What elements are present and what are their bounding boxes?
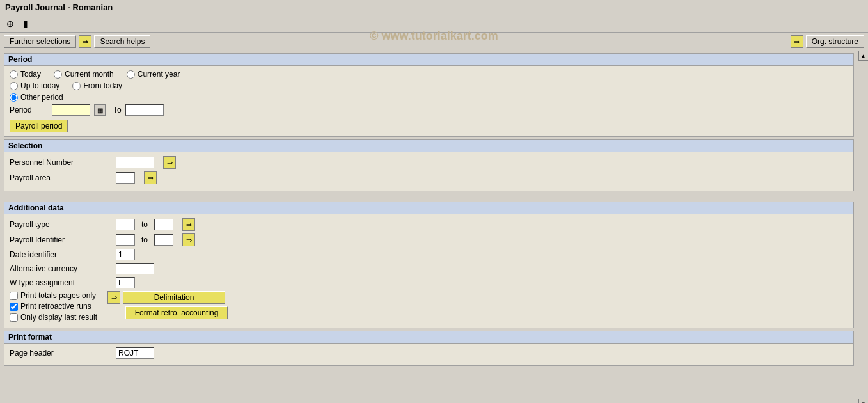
payroll-type-row: Payroll type to ⇒ (10, 218, 848, 231)
scroll-down-button[interactable]: ▼ (858, 399, 869, 403)
payroll-type-to-input[interactable] (154, 219, 173, 230)
spacer (0, 194, 858, 199)
personnel-number-label: Personnel Number (10, 158, 112, 167)
org-structure-button[interactable]: Org. structure (806, 35, 864, 48)
forward-icon[interactable]: ▮ (19, 17, 32, 30)
print-format-body: Page header (4, 344, 853, 365)
wtype-assignment-row: WType assignment (10, 277, 848, 288)
print-retroactive-label: Print retroactive runs (20, 302, 91, 311)
other-period-radio[interactable] (10, 93, 18, 102)
payroll-identifier-row: Payroll Identifier to ⇒ (10, 233, 848, 246)
print-totals-row: Print totals pages only (10, 291, 97, 300)
current-year-radio-label[interactable]: Current year (127, 70, 180, 79)
wtype-assignment-input[interactable] (116, 277, 135, 288)
toolbar: ⊕ ▮ © www.tutorialkart.com (0, 15, 868, 33)
further-selections-arrow-icon[interactable]: ⇒ (79, 35, 91, 48)
radio-row-3: Other period (10, 93, 848, 102)
further-selections-button[interactable]: Further selections (4, 35, 76, 48)
page-header-label: Page header (10, 349, 112, 358)
selection-section: Selection Personnel Number ⇒ Payroll are… (4, 139, 854, 191)
current-year-label: Current year (138, 70, 180, 79)
payroll-area-arrow-icon[interactable]: ⇒ (144, 171, 157, 184)
additional-data-body: Payroll type to ⇒ Payroll Identifier to … (4, 214, 853, 328)
delimitation-arrow-icon[interactable]: ⇒ (107, 291, 120, 304)
payroll-identifier-arrow-icon[interactable]: ⇒ (182, 233, 195, 246)
personnel-number-input[interactable] (116, 157, 154, 168)
personnel-number-arrow-icon[interactable]: ⇒ (163, 156, 176, 169)
print-totals-checkbox[interactable] (10, 292, 18, 300)
payroll-type-input[interactable] (116, 219, 135, 230)
period-body: Today Current month Current year Up to t… (4, 66, 853, 136)
delimitation-button[interactable]: Delimitation (123, 291, 225, 304)
date-identifier-row: Date identifier (10, 249, 848, 260)
page-header-row: Page header (10, 347, 848, 359)
button-row: Further selections ⇒ Search helps ⇒ Org.… (0, 33, 868, 51)
personnel-number-row: Personnel Number ⇒ (10, 156, 848, 169)
payroll-area-row: Payroll area ⇒ (10, 171, 848, 184)
back-icon[interactable]: ⊕ (4, 17, 17, 30)
checkboxes-col: Print totals pages only Print retroactiv… (10, 291, 97, 324)
only-display-last-label: Only display last result (20, 313, 97, 322)
payroll-identifier-to-input[interactable] (154, 234, 173, 246)
period-section: Period Today Current month Current year (4, 53, 854, 137)
up-to-today-radio-label[interactable]: Up to today (10, 81, 59, 90)
up-to-today-label: Up to today (20, 81, 59, 90)
current-month-label: Current month (65, 70, 114, 79)
only-display-last-checkbox[interactable] (10, 313, 18, 322)
period-field-label: Period (10, 106, 48, 115)
scrollbar-right: ▲ ▼ (858, 51, 868, 403)
from-today-radio-label[interactable]: From today (72, 81, 122, 90)
print-retroactive-row: Print retroactive runs (10, 302, 97, 311)
radio-row-1: Today Current month Current year (10, 70, 848, 79)
page-header-input[interactable] (116, 347, 154, 359)
today-label: Today (20, 70, 41, 79)
current-year-radio[interactable] (127, 70, 135, 79)
radio-row-2: Up to today From today (10, 81, 848, 90)
main-content: Period Today Current month Current year (0, 51, 858, 403)
alternative-currency-input[interactable] (116, 263, 154, 274)
period-header: Period (4, 54, 853, 66)
payroll-type-arrow-icon[interactable]: ⇒ (182, 218, 195, 231)
period-from-input[interactable] (52, 104, 90, 116)
print-retroactive-checkbox[interactable] (10, 303, 18, 311)
format-retro-button[interactable]: Format retro. accounting (125, 306, 228, 319)
date-identifier-input[interactable] (116, 249, 135, 260)
other-period-radio-label[interactable]: Other period (10, 93, 63, 102)
payroll-type-to-label: to (141, 220, 148, 229)
search-helps-button[interactable]: Search helps (94, 35, 150, 48)
today-radio[interactable] (10, 70, 18, 79)
print-totals-label: Print totals pages only (20, 291, 96, 300)
payroll-identifier-input[interactable] (116, 234, 135, 246)
up-to-today-radio[interactable] (10, 82, 18, 90)
action-buttons-col: ⇒ Delimitation Format retro. accounting (107, 291, 228, 319)
from-today-radio[interactable] (72, 82, 81, 90)
period-input-row: Period ▦ To (10, 104, 848, 116)
delimitation-row: ⇒ Delimitation (107, 291, 228, 304)
print-format-header: Print format (4, 331, 853, 344)
only-display-last-row: Only display last result (10, 313, 97, 322)
current-month-radio[interactable] (54, 70, 62, 79)
print-format-section: Print format Page header (4, 331, 854, 366)
date-identifier-label: Date identifier (10, 250, 112, 259)
period-to-input[interactable] (125, 104, 164, 116)
alternative-currency-row: Alternative currency (10, 263, 848, 274)
payroll-identifier-to-label: to (141, 235, 148, 244)
alternative-currency-label: Alternative currency (10, 264, 112, 273)
selection-body: Personnel Number ⇒ Payroll area ⇒ (4, 152, 853, 191)
payroll-area-input[interactable] (116, 172, 135, 184)
additional-data-header: Additional data (4, 202, 853, 214)
to-label: To (113, 106, 122, 115)
from-today-label: From today (83, 81, 122, 90)
today-radio-label[interactable]: Today (10, 70, 41, 79)
format-retro-row: Format retro. accounting (107, 306, 228, 319)
org-structure-arrow-icon[interactable]: ⇒ (791, 35, 803, 48)
payroll-area-label: Payroll area (10, 173, 112, 182)
content-area: Period Today Current month Current year (0, 51, 868, 403)
period-calendar-icon[interactable]: ▦ (94, 104, 106, 116)
other-period-label: Other period (20, 93, 63, 102)
scroll-up-button[interactable]: ▲ (858, 51, 869, 61)
payroll-period-button[interactable]: Payroll period (10, 120, 68, 132)
payroll-identifier-label: Payroll Identifier (10, 235, 112, 244)
current-month-radio-label[interactable]: Current month (54, 70, 114, 79)
payroll-type-label: Payroll type (10, 220, 112, 229)
